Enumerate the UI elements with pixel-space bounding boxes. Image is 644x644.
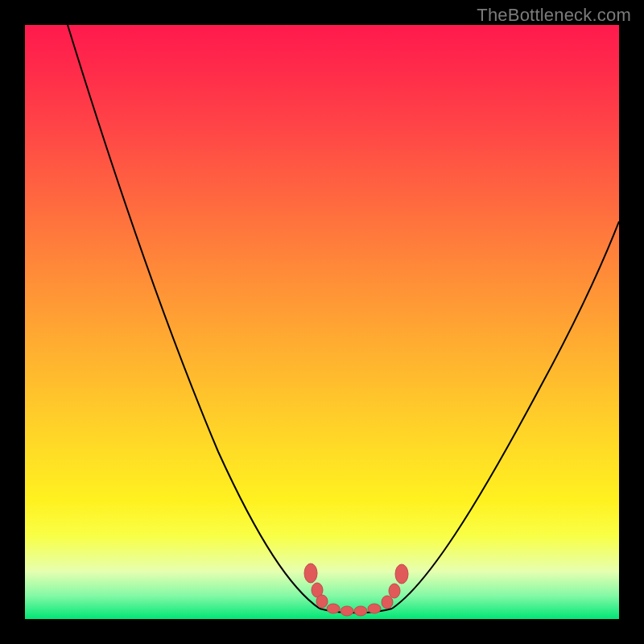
trough-marker: [304, 564, 317, 583]
trough-marker: [354, 606, 367, 616]
curve-left-branch: [68, 25, 320, 609]
trough-marker: [368, 604, 381, 613]
trough-marker: [327, 604, 340, 613]
trough-marker: [316, 595, 328, 608]
trough-marker: [395, 564, 408, 584]
trough-marker: [389, 584, 400, 598]
trough-marker: [382, 596, 393, 609]
plot-gradient-background: [25, 25, 619, 619]
curve-right-branch: [392, 221, 619, 609]
trough-marker: [341, 606, 353, 616]
plot-svg: [25, 25, 619, 619]
chart-frame: TheBottleneck.com: [0, 0, 644, 644]
watermark-text: TheBottleneck.com: [477, 5, 631, 26]
